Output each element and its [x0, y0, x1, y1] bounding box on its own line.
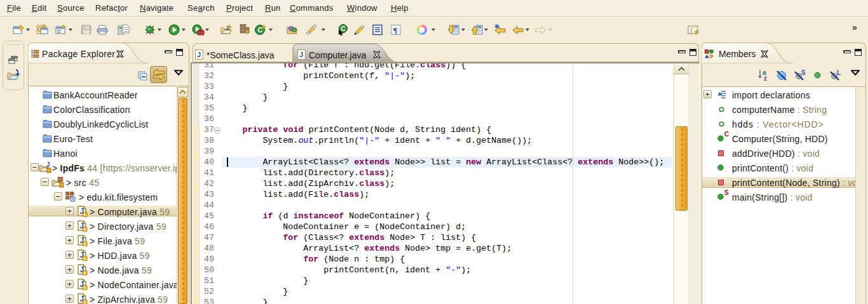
svg-text:z: z	[764, 75, 767, 81]
svg-text:S: S	[801, 70, 806, 76]
svg-text:L: L	[837, 70, 841, 76]
